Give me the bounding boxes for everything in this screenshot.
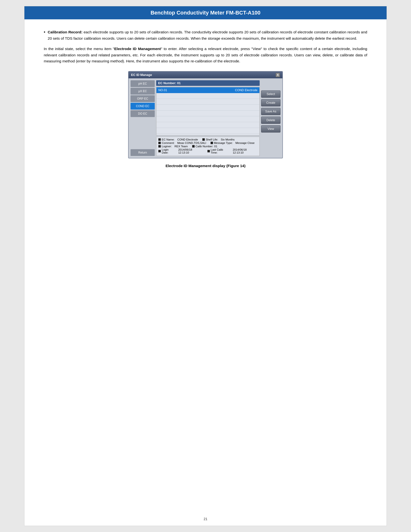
info-row-3: Loginer: REX Team Calib Number: 01: [158, 145, 257, 148]
comment-value: Meas COND,TDS,SALI: [177, 142, 206, 144]
calib-number-value: 01: [214, 145, 217, 148]
info-icon-loginer: [158, 145, 161, 148]
sidebar-item-ph-ec[interactable]: pH EC: [131, 80, 155, 87]
sidebar: pH EC μX EC ORP EC COND EC DO EC: [131, 80, 155, 156]
main-area: EC Number: 01 NO.01 COND Electrode: [156, 80, 260, 156]
dialog-titlebar: EC ID Manage X: [129, 72, 282, 78]
message-type-value: Message Close: [235, 142, 255, 144]
info-col-last-calib: Last Calib Time: 2014/06/18 12:13:10: [207, 148, 258, 154]
message-type-label: Message Type:: [214, 142, 233, 144]
page-number: 21: [24, 514, 387, 526]
info-row-2: Comment: Meas COND,TDS,SALI Message Type…: [158, 142, 257, 144]
list-item-no: NO.01: [158, 88, 167, 92]
sidebar-item-ux-ec[interactable]: μX EC: [131, 88, 155, 95]
bullet-body: each electrode supports up to 20 sets of…: [48, 30, 367, 40]
return-button[interactable]: Return: [131, 149, 155, 156]
info-col-loginer: Loginer: REX Team: [158, 145, 188, 148]
calib-number-label: Calib Number:: [196, 145, 214, 148]
select-button[interactable]: Select: [261, 90, 280, 98]
page-content: • Calibration Record: each electrode sup…: [24, 19, 387, 514]
sidebar-item-cond-ec[interactable]: COND EC: [131, 103, 155, 110]
info-col-comment: Comment: Meas COND,TDS,SALI: [158, 142, 206, 144]
list-item-selected[interactable]: NO.01 COND Electrode: [156, 87, 259, 93]
info-icon-message-type: [211, 142, 213, 144]
bullet-section: • Calibration Record: each electrode sup…: [44, 29, 367, 41]
page-title: Benchtop Conductivity Meter FM-BCT-A100: [151, 10, 261, 16]
bullet-text: Calibration Record: each electrode suppo…: [48, 29, 367, 41]
create-button[interactable]: Create: [261, 99, 280, 106]
view-button[interactable]: View: [261, 125, 280, 133]
shelf-life-value: Six Months: [221, 138, 234, 141]
list-item-type: COND Electrode: [235, 88, 257, 92]
figure-caption: Electrode ID Management display (Figure …: [44, 164, 367, 168]
last-calib-value: 2014/06/18 12:13:10: [233, 148, 257, 154]
dialog-title: EC ID Manage: [131, 73, 152, 77]
ec-name-label: EC Name:: [162, 138, 175, 141]
close-button[interactable]: X: [276, 73, 280, 77]
bullet-dot: •: [44, 29, 45, 36]
list-empty-row-3: [156, 105, 259, 111]
list-empty-row-2: [156, 99, 259, 105]
info-icon-ec-name: [158, 138, 161, 141]
info-col-ec-name: EC Name: COND Electrode: [158, 138, 198, 141]
close-icon: X: [277, 73, 279, 77]
electrode-list: NO.01 COND Electrode: [156, 87, 260, 135]
info-icon-last-calib: [207, 150, 210, 152]
dialog-wrapper: EC ID Manage X pH EC μX EC: [44, 71, 367, 158]
page: Benchtop Conductivity Meter FM-BCT-A100 …: [24, 6, 387, 526]
list-empty-row-5: [156, 116, 259, 122]
list-empty-row-6: [156, 122, 259, 128]
info-col-message-type: Message Type: Message Close: [211, 142, 255, 144]
comment-label: Comment:: [162, 142, 175, 144]
info-icon-shelf-life: [202, 138, 205, 141]
page-header: Benchtop Conductivity Meter FM-BCT-A100: [24, 6, 387, 19]
loginer-label: Loginer:: [162, 145, 172, 148]
login-date-value: 2014/06/18 12:13:10: [178, 148, 203, 154]
info-col-login-date: Login Date: 2014/06/18 12:13:10: [158, 148, 203, 154]
list-empty-row-7: [156, 128, 259, 134]
shelf-life-label: Shelf Life:: [206, 138, 218, 141]
ec-number-bar: EC Number: 01: [156, 80, 260, 86]
sidebar-item-orp-ec[interactable]: ORP EC: [131, 95, 155, 102]
info-icon-calib-number: [192, 145, 195, 148]
action-buttons: Select Create Save As Delete View: [261, 80, 280, 156]
info-icon-login-date: [158, 150, 161, 152]
login-date-label: Login Date:: [162, 148, 176, 154]
last-calib-label: Last Calib Time:: [211, 148, 230, 154]
sidebar-item-do-ec[interactable]: DO EC: [131, 110, 155, 117]
ec-id-manage-dialog: EC ID Manage X pH EC μX EC: [128, 71, 283, 158]
save-as-button[interactable]: Save As: [261, 108, 280, 115]
paragraph-text: In the initial state, select the menu it…: [44, 46, 367, 64]
electrode-info: EC Name: COND Electrode Shelf Life: Six …: [156, 137, 260, 156]
info-col-calib-number: Calib Number: 01: [192, 145, 217, 148]
loginer-value: REX Team: [175, 145, 188, 148]
list-empty-row-4: [156, 111, 259, 116]
dialog-body: pH EC μX EC ORP EC COND EC DO EC: [129, 78, 282, 158]
list-empty-row-1: [156, 93, 259, 99]
info-col-shelf-life: Shelf Life: Six Months: [202, 138, 234, 141]
info-row-1: EC Name: COND Electrode Shelf Life: Six …: [158, 138, 257, 141]
info-icon-comment: [158, 142, 161, 144]
info-row-4: Login Date: 2014/06/18 12:13:10 Last Cal…: [158, 148, 257, 154]
delete-button[interactable]: Delete: [261, 116, 280, 124]
bullet-heading: Calibration Record:: [48, 30, 83, 34]
bullet-item: • Calibration Record: each electrode sup…: [44, 29, 367, 41]
ec-name-value: COND Electrode: [177, 138, 198, 141]
